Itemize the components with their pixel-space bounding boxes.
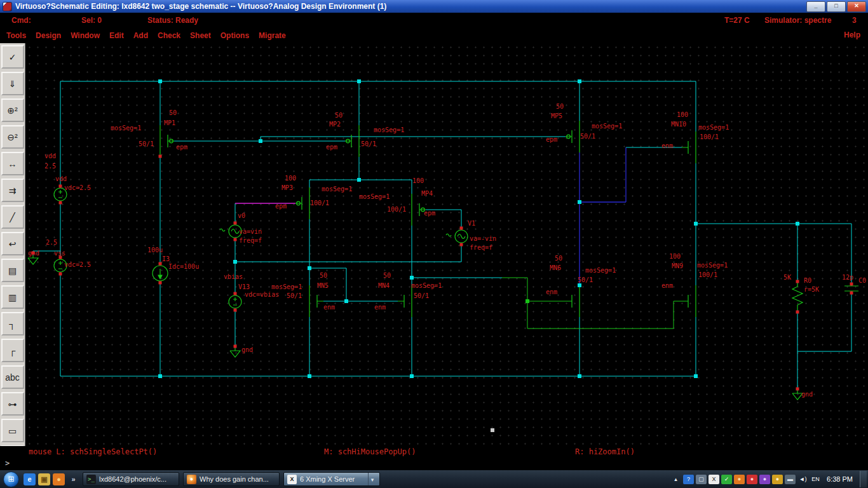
- close-button[interactable]: ✕: [847, 1, 866, 12]
- mp5-symbol[interactable]: [566, 121, 580, 152]
- menu-help[interactable]: Help: [844, 30, 860, 39]
- label-mp1-model: epm: [176, 144, 187, 151]
- keyboard-tray-icon[interactable]: ▬: [785, 475, 796, 484]
- mp3-symbol[interactable]: [295, 187, 309, 219]
- schematic-devices[interactable]: [28, 121, 858, 400]
- mn9-symbol[interactable]: [682, 285, 696, 317]
- quicklaunch-overflow-chevron[interactable]: »: [67, 473, 79, 485]
- alert-tray-icon[interactable]: ●: [747, 475, 757, 484]
- security-tray-icon[interactable]: ✓: [721, 475, 732, 484]
- internet-explorer-icon[interactable]: e: [24, 473, 36, 485]
- temperature-label: T=27 C: [724, 16, 750, 25]
- window-icon: [3, 2, 12, 11]
- wire-corner-button[interactable]: ┐: [1, 312, 24, 336]
- undo-button[interactable]: ↩: [1, 232, 24, 255]
- mn6-symbol[interactable]: [566, 285, 580, 317]
- pin-markers: [32, 155, 853, 391]
- label-mn10-seg: mosSeg=1: [698, 124, 729, 131]
- menu-sheet[interactable]: Sheet: [190, 31, 211, 40]
- firefox-tray-icon[interactable]: ●: [734, 475, 745, 484]
- label-gnd2-label: gnd: [241, 346, 253, 353]
- crosshair-marker: [491, 428, 494, 432]
- label-gnd1-label: gnd: [28, 250, 39, 257]
- messenger-tray-icon[interactable]: ●: [759, 475, 770, 484]
- update-tray-icon[interactable]: ●: [772, 475, 783, 484]
- label-mp3-name: MP3: [281, 184, 293, 191]
- label-button[interactable]: abc: [1, 365, 24, 389]
- bus-button[interactable]: ▥: [1, 285, 24, 309]
- c0-symbol[interactable]: [844, 286, 858, 291]
- xming-tray-icon[interactable]: X: [709, 475, 719, 484]
- label-v0-va: va=vin: [239, 228, 262, 235]
- label-mp1-seg: mosSeg=1: [111, 125, 141, 132]
- menu-edit[interactable]: Edit: [109, 31, 124, 40]
- label-mn6-model: enm: [546, 288, 557, 295]
- mn10-symbol[interactable]: [682, 132, 696, 163]
- v1-source[interactable]: [446, 230, 468, 243]
- zoom-in-2-button[interactable]: ⊕²: [1, 98, 24, 122]
- label-mn4-mult: 50: [383, 272, 391, 279]
- schematic-canvas[interactable]: 50MP1mosSeg=150/1epm50MP2epmmosSeg=150/1…: [25, 43, 868, 446]
- zoom-out-2-button[interactable]: ⊖²: [1, 125, 24, 149]
- gnd-symbols[interactable]: [28, 255, 803, 400]
- check-and-save-button[interactable]: ✓: [1, 45, 24, 69]
- wide-wire-button[interactable]: ▤: [1, 259, 24, 282]
- menu-window[interactable]: Window: [71, 31, 100, 40]
- xming-dropdown-chevron[interactable]: ▾: [368, 473, 376, 485]
- firefox-quicklaunch-icon[interactable]: ●: [53, 473, 65, 485]
- minimize-button[interactable]: _: [806, 1, 825, 12]
- label-mn4-model: enm: [374, 304, 386, 311]
- menu-items: ToolsDesignWindowEditAddCheckSheetOption…: [6, 31, 295, 40]
- start-button[interactable]: ⊞: [3, 471, 19, 487]
- menu-options[interactable]: Options: [220, 31, 249, 40]
- v0-source[interactable]: [220, 225, 241, 238]
- label-mp1-size: 50/1: [139, 140, 154, 147]
- taskbar-button-xming[interactable]: X6 Xming X Server▾: [283, 472, 380, 486]
- wire-net-blue: [580, 147, 626, 285]
- label-mn5-mult: 50: [320, 272, 327, 279]
- mn5-symbol[interactable]: [309, 285, 323, 317]
- maximize-button[interactable]: □: [827, 1, 846, 12]
- status-bar: Cmd: Sel: 0 Status: Ready T=27 C Simulat…: [0, 13, 868, 28]
- command-prompt[interactable]: >: [0, 457, 868, 470]
- sheet-button[interactable]: ▭: [1, 419, 24, 442]
- label-mn4-size: 50/1: [414, 292, 429, 299]
- wire-corner2-button[interactable]: ┌: [1, 339, 24, 362]
- mn4-symbol[interactable]: [398, 285, 412, 317]
- taskbar-button-terminal[interactable]: >_lxd8642@phoenix/c...: [83, 472, 179, 486]
- label-mn4-seg: mosSeg=1: [411, 282, 442, 289]
- i3-source[interactable]: [153, 266, 168, 281]
- r0-symbol[interactable]: [792, 283, 803, 310]
- label-mn9-name: MN9: [672, 262, 683, 269]
- menu-check[interactable]: Check: [158, 31, 180, 40]
- label-mn10-mult: 100: [677, 111, 688, 118]
- stretch-button[interactable]: ↔: [1, 152, 24, 175]
- taskbar-clock[interactable]: 6:38 PM: [823, 475, 858, 483]
- label-v13-name: V13: [238, 283, 250, 290]
- label-mn9-model: enm: [661, 282, 673, 289]
- language-indicator[interactable]: EN: [810, 475, 821, 484]
- show-desktop-button[interactable]: [860, 471, 867, 487]
- cmd-label: Cmd:: [11, 16, 31, 25]
- copy-button[interactable]: ⇉: [1, 179, 24, 202]
- menu-bar: ToolsDesignWindowEditAddCheckSheetOption…: [0, 28, 868, 43]
- display-tray-icon[interactable]: ▢: [696, 475, 707, 484]
- file-explorer-icon[interactable]: ▣: [38, 473, 50, 485]
- taskbar-button-browser[interactable]: ●Why does gain chan...: [183, 472, 280, 486]
- wire-button[interactable]: ╱: [1, 205, 24, 229]
- hidden-icons-chevron[interactable]: ▴: [670, 475, 681, 484]
- volume-tray-icon[interactable]: ◄): [797, 475, 808, 484]
- v13-source[interactable]: [229, 295, 241, 308]
- firefox-icon: ●: [187, 475, 196, 484]
- help-tray-icon[interactable]: ?: [683, 475, 694, 484]
- menu-tools[interactable]: Tools: [6, 31, 26, 40]
- save-button[interactable]: ⇓: [1, 72, 24, 95]
- prompt-caret: >: [5, 459, 10, 468]
- pin-button[interactable]: ⊶: [1, 392, 24, 416]
- menu-add[interactable]: Add: [133, 31, 148, 40]
- menu-migrate[interactable]: Migrate: [259, 31, 286, 40]
- quick-launch: e▣●»: [22, 473, 81, 485]
- mp2-symbol[interactable]: [345, 125, 359, 157]
- menu-design[interactable]: Design: [36, 31, 61, 40]
- mp1-symbol[interactable]: [160, 125, 174, 157]
